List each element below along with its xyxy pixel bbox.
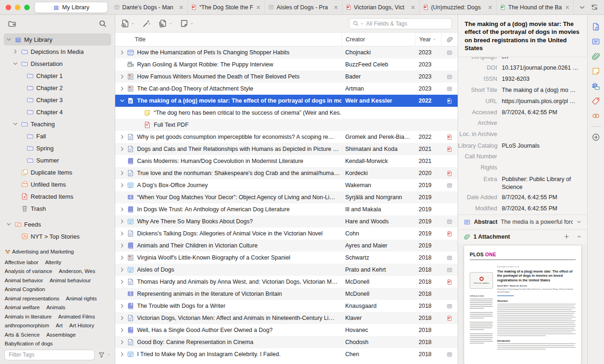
tree-expander-icon[interactable] — [12, 60, 19, 67]
add-attachment-button[interactable] — [158, 19, 172, 28]
tag-item[interactable]: Anderson, Wes — [59, 267, 95, 276]
abstract-section-header[interactable]: Abstract The media is a powerful forc… — [458, 214, 587, 229]
library-tab[interactable]: My Library — [34, 2, 108, 13]
collection-row[interactable]: Spring — [4, 142, 111, 154]
sync-icon[interactable] — [591, 3, 598, 11]
tag-item[interactable]: Babyfication of dogs — [5, 339, 53, 349]
tag-item[interactable]: Advertising and Marketing — [5, 247, 74, 257]
item-row[interactable]: Thomas Hardy and Animals by Anna West, a… — [115, 276, 458, 288]
field-value[interactable]: 8/7/2024, 6:42:55 PM — [502, 205, 583, 213]
row-expander-icon[interactable] — [119, 230, 125, 237]
row-expander-icon[interactable] — [119, 279, 125, 285]
item-row[interactable]: In Dogs We Trust: An Anthology of Americ… — [115, 203, 458, 215]
tag-item[interactable]: Affective labor — [5, 258, 39, 267]
collection-row[interactable]: Feeds — [4, 218, 111, 230]
item-row[interactable]: Animals and Their Children in Victorian … — [115, 240, 458, 252]
row-expander-icon[interactable] — [119, 327, 125, 333]
collection-row[interactable]: Duplicate Items — [4, 166, 111, 178]
collection-row[interactable]: NYT > Top Stories — [4, 230, 111, 242]
reader-tab[interactable]: Victorian Dogs, Vict — [342, 0, 420, 14]
sidenav-section-icon[interactable] — [591, 82, 600, 91]
item-row[interactable]: The making of a (dog) movie star: The ef… — [115, 95, 458, 107]
item-row[interactable]: Canis Modernis: Human/Dog Coevolution in… — [115, 155, 458, 167]
tag-item[interactable]: Animals in literature — [5, 312, 52, 322]
item-row[interactable]: Why is pet goods consumption imperceptib… — [115, 131, 458, 143]
field-value[interactable]: Publisher: Public Library of Science — [502, 176, 583, 191]
collection-row[interactable]: Chapter 3 — [4, 94, 111, 106]
item-row[interactable]: Good Boy: Canine Representation in Cinem… — [115, 336, 458, 348]
sidenav-section-icon[interactable] — [591, 37, 600, 46]
item-row[interactable]: A Dog's Box-Office Journey Wakeman 2019 — [115, 179, 458, 191]
tag-item[interactable]: Analysis of variance — [5, 267, 52, 276]
row-expander-icon[interactable] — [119, 85, 125, 92]
pdf-preview-card[interactable]: PLOS ONE Check for updates OPEN ACCESS — [464, 246, 581, 364]
item-row[interactable]: Dogs and Cats and Their Relationships wi… — [115, 143, 458, 155]
item-row[interactable]: “The dog hero has been critical to the s… — [115, 107, 458, 119]
column-header-year[interactable]: Year — [415, 32, 441, 46]
tag-item[interactable]: Animal representations — [5, 294, 59, 304]
row-expander-icon[interactable] — [119, 351, 125, 358]
collection-row[interactable]: Retracted Items — [4, 190, 111, 202]
row-expander-icon[interactable] — [119, 242, 125, 249]
add-by-identifier-button[interactable] — [142, 19, 151, 28]
tree-expander-icon[interactable] — [18, 145, 24, 151]
tree-expander-icon[interactable] — [12, 169, 19, 176]
collection-row[interactable]: Teaching — [4, 118, 111, 130]
collection-row[interactable]: Summer — [4, 154, 111, 166]
search-scope-chevron-icon[interactable] — [360, 22, 364, 26]
tag-item[interactable]: Animated Films — [58, 312, 95, 322]
item-row[interactable]: How Famous Writers Mourned the Death of … — [115, 71, 458, 83]
item-row[interactable]: Full Text PDF — [115, 119, 458, 131]
tree-expander-icon[interactable] — [18, 72, 24, 79]
reader-tab[interactable]: Aisles of Dogs - Pra — [265, 0, 342, 14]
item-row[interactable]: Representing animals in the literature o… — [115, 288, 458, 300]
tag-item[interactable]: anthropomorphism — [5, 321, 49, 331]
item-row[interactable]: True love and the nonhuman: Shakespeare'… — [115, 167, 458, 179]
tree-expander-icon[interactable] — [12, 205, 19, 212]
close-tab-icon[interactable] — [256, 5, 261, 10]
collection-row[interactable]: Unfiled Items — [4, 178, 111, 190]
tab-overflow-chevron-icon[interactable] — [578, 4, 586, 11]
column-header-attachment[interactable] — [441, 32, 458, 46]
tree-expander-icon[interactable] — [18, 97, 24, 103]
tag-item[interactable]: Animal rights — [66, 294, 97, 304]
field-value[interactable]: en — [502, 57, 583, 61]
row-expander-icon[interactable] — [119, 73, 125, 80]
sidenav-section-icon[interactable] — [591, 97, 600, 105]
row-expander-icon[interactable] — [119, 158, 125, 164]
tag-item[interactable]: Arts & Science — [5, 331, 39, 340]
close-tab-icon[interactable] — [487, 5, 493, 10]
search-box[interactable] — [349, 18, 452, 29]
tree-expander-icon[interactable] — [12, 193, 19, 200]
sidenav-section-icon[interactable] — [591, 111, 600, 120]
collection-search-icon[interactable] — [98, 20, 107, 28]
sidenav-section-icon[interactable] — [591, 52, 600, 61]
collection-row[interactable]: Chapter 2 — [4, 82, 111, 94]
collection-row[interactable]: Trash — [4, 202, 111, 214]
row-expander-icon[interactable] — [119, 182, 125, 188]
tree-expander-icon[interactable] — [6, 221, 12, 228]
close-tab-icon[interactable] — [178, 5, 184, 10]
item-row[interactable]: How the Humanization of Pets Is Changing… — [115, 46, 458, 58]
item-row[interactable]: “When Your Dog Matches Your Decor”: Obje… — [115, 191, 458, 203]
row-expander-icon[interactable] — [119, 218, 125, 225]
row-expander-icon[interactable] — [119, 339, 125, 345]
row-expander-icon[interactable] — [119, 291, 125, 297]
tag-item[interactable]: Animal welfare — [5, 303, 39, 312]
item-row[interactable]: Aisles of Dogs Prato and Kehrt 2018 — [115, 264, 458, 276]
collection-row[interactable]: Chapter 4 — [4, 106, 111, 118]
locate-icon[interactable] — [591, 133, 600, 142]
row-expander-icon[interactable] — [119, 206, 125, 213]
tree-expander-icon[interactable] — [12, 48, 19, 55]
new-item-button[interactable] — [121, 19, 135, 28]
reader-tab[interactable]: “The Dog Stole the F — [188, 0, 265, 14]
tag-item[interactable]: Art History — [69, 321, 94, 331]
item-row[interactable]: Virginia Woolf's Little-Known Biography … — [115, 252, 458, 264]
tree-expander-icon[interactable] — [12, 181, 19, 188]
item-row[interactable]: I Tried to Make My Dog an Instagram Cele… — [115, 348, 458, 360]
attachments-section-header[interactable]: 1 Attachment — [458, 229, 587, 244]
row-expander-icon[interactable] — [119, 49, 125, 56]
field-value[interactable]: 8/7/2024, 6:42:55 PM — [502, 194, 583, 202]
new-note-button[interactable] — [180, 19, 194, 28]
tag-item[interactable]: Art — [56, 321, 63, 331]
